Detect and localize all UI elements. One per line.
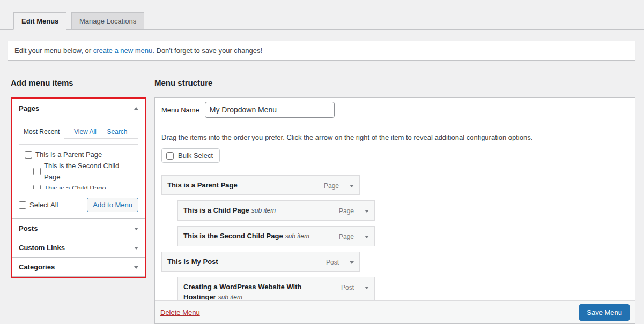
menu-items-list: This is a Parent Page Page This is a Chi… <box>161 175 628 302</box>
bulk-select-label: Bulk Select <box>178 152 213 160</box>
menu-item-label: This is My Post <box>167 258 218 266</box>
pages-title: Pages <box>19 104 39 112</box>
tab-manage-locations[interactable]: Manage Locations <box>71 12 144 30</box>
menu-item-type: Post <box>341 284 354 291</box>
tab-search[interactable]: Search <box>106 125 128 138</box>
menu-item-controls: Page <box>339 205 369 215</box>
menu-item-text: This is a Parent Page <box>167 180 238 190</box>
menu-item-parent-page[interactable]: This is a Parent Page Page <box>161 175 360 195</box>
select-all-checkbox[interactable] <box>19 201 26 209</box>
save-menu-button[interactable]: Save Menu <box>579 304 630 321</box>
accordion-categories-header[interactable]: Categories <box>12 257 145 277</box>
bulk-select-toggle[interactable]: Bulk Select <box>161 148 220 163</box>
menu-item-child-page[interactable]: This is a Child Pagesub item Page <box>177 200 375 221</box>
menu-structure-heading: Menu structure <box>154 78 635 88</box>
menu-footer-bar: Delete Menu Save Menu <box>155 300 635 323</box>
annotation-red-box: Pages Most Recent View All Search This i… <box>11 97 146 278</box>
tab-most-recent[interactable]: Most Recent <box>19 125 64 139</box>
menu-item-text: This is the Second Child Pagesub item <box>183 231 309 242</box>
list-item: This is a Parent Page <box>25 149 132 160</box>
menu-item-label: Creating a WordPress Website With Hostin… <box>183 283 301 301</box>
page-item-label: This is a Child Page <box>44 183 106 189</box>
add-menu-items-heading: Add menu items <box>11 78 146 88</box>
list-item: This is the Second Child Page <box>33 160 132 183</box>
create-new-menu-link[interactable]: create a new menu <box>93 47 153 55</box>
pages-panel-footer: Select All Add to Menu <box>19 198 138 212</box>
menu-item-my-post[interactable]: This is My Post Post <box>161 252 360 272</box>
add-to-menu-button[interactable]: Add to Menu <box>87 198 138 212</box>
menu-item-sub-label: sub item <box>285 232 309 240</box>
menu-item-type: Page <box>339 207 354 215</box>
menu-item-controls: Page <box>324 180 354 190</box>
pages-panel-body: Most Recent View All Search This is a Pa… <box>12 118 145 219</box>
menu-item-hostinger-post[interactable]: Creating a WordPress Website With Hostin… <box>177 277 375 302</box>
menu-item-sub-label: sub item <box>218 293 242 301</box>
tab-edit-menus[interactable]: Edit Menus <box>13 12 66 30</box>
menu-item-label: This is the Second Child Page <box>183 232 283 240</box>
notice-bar: Edit your menu below, or create a new me… <box>8 41 635 61</box>
checkbox-child-page[interactable] <box>33 185 41 190</box>
tab-view-all[interactable]: View All <box>73 125 98 138</box>
menu-item-text: This is My Post <box>167 257 218 267</box>
chevron-down-icon[interactable] <box>365 236 369 238</box>
menu-item-controls: Post <box>326 257 354 266</box>
select-all-label: Select All <box>29 201 58 209</box>
notice-text-post: . Don't forget to save your changes! <box>152 47 262 55</box>
page-item-label: This is a Parent Page <box>35 149 102 160</box>
menu-item-type: Page <box>339 233 354 240</box>
chevron-down-icon[interactable] <box>365 287 369 289</box>
add-menu-items-column: Add menu items Pages Most Recent View Al… <box>11 78 146 278</box>
categories-title: Categories <box>19 263 55 271</box>
menu-item-second-child-page[interactable]: This is the Second Child Pagesub item Pa… <box>177 226 375 246</box>
checkbox-parent-page[interactable] <box>25 151 32 159</box>
menu-editor-panel: Menu Name Drag the items into the order … <box>154 97 635 324</box>
menu-name-row: Menu Name <box>155 98 635 122</box>
accordion-custom-links-header[interactable]: Custom Links <box>12 238 145 258</box>
menu-item-text: This is a Child Pagesub item <box>183 205 276 216</box>
screen-tabs: Edit Menus Manage Locations <box>0 0 644 30</box>
chevron-down-icon[interactable] <box>350 261 354 264</box>
bulk-select-checkbox[interactable] <box>166 152 174 160</box>
menu-item-controls: Post <box>341 282 369 291</box>
menu-item-sub-label: sub item <box>251 207 276 214</box>
menu-name-input[interactable] <box>205 102 335 118</box>
accordion-pages-header[interactable]: Pages <box>12 99 145 118</box>
notice-text-pre: Edit your menu below, or <box>14 47 93 55</box>
menu-item-label: This is a Parent Page <box>167 181 238 189</box>
menu-item-controls: Page <box>339 231 369 240</box>
chevron-down-icon <box>134 266 138 269</box>
menu-item-type: Post <box>326 259 339 266</box>
pages-inner-tabs: Most Recent View All Search <box>19 125 138 139</box>
menu-structure-column: Menu structure Menu Name Drag the items … <box>154 78 635 324</box>
chevron-down-icon <box>134 228 138 230</box>
chevron-down-icon[interactable] <box>350 185 354 187</box>
menu-body: Drag the items into the order you prefer… <box>155 122 635 302</box>
checkbox-second-child-page[interactable] <box>33 168 41 175</box>
drag-instructions: Drag the items into the order you prefer… <box>161 133 628 141</box>
menu-item-text: Creating a WordPress Website With Hostin… <box>183 282 319 302</box>
page-item-label: This is the Second Child Page <box>44 160 132 183</box>
custom-links-title: Custom Links <box>19 244 65 252</box>
menu-item-type: Page <box>324 182 339 190</box>
chevron-up-icon <box>134 107 138 110</box>
top-divider <box>0 1 644 1</box>
list-item: This is a Child Page <box>33 183 132 189</box>
chevron-down-icon <box>134 247 138 250</box>
menu-item-label: This is a Child Page <box>183 206 249 214</box>
accordion-posts-header[interactable]: Posts <box>12 218 145 238</box>
delete-menu-link[interactable]: Delete Menu <box>160 308 200 317</box>
select-all-control[interactable]: Select All <box>19 201 58 209</box>
chevron-down-icon[interactable] <box>365 210 369 213</box>
pages-checkbox-list: This is a Parent Page This is the Second… <box>19 144 138 189</box>
posts-title: Posts <box>19 224 38 232</box>
menu-name-label: Menu Name <box>161 106 199 114</box>
